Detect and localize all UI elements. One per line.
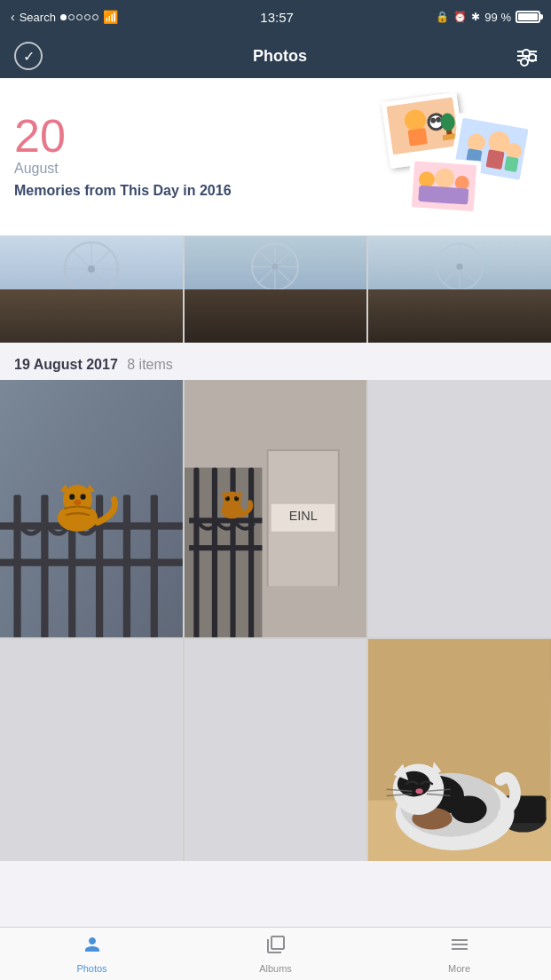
albums-tab-label: Albums: [259, 963, 292, 974]
memories-illustration: [368, 92, 537, 221]
svg-point-85: [451, 795, 487, 823]
status-time: 13:57: [260, 10, 294, 25]
svg-point-36: [272, 264, 279, 270]
nav-bar: ✓ Photos: [0, 34, 551, 78]
lock-icon: 🔒: [436, 11, 449, 23]
placeholder-photo-2[interactable]: [0, 639, 183, 861]
memories-info: 20 August Memories from This Day in 2016: [14, 113, 368, 201]
svg-point-56: [80, 494, 85, 500]
svg-point-89: [416, 788, 423, 794]
svg-rect-71: [189, 545, 262, 550]
check-icon: ✓: [23, 48, 35, 65]
tab-photos[interactable]: Photos: [0, 928, 184, 980]
svg-rect-16: [485, 149, 504, 170]
battery-percent: 99 %: [484, 11, 511, 24]
content-area: 20 August Memories from This Day in 2016: [0, 78, 551, 914]
svg-text:EINL: EINL: [288, 509, 317, 523]
memories-section[interactable]: 20 August Memories from This Day in 2016: [0, 78, 551, 236]
items-count: 8 items: [127, 357, 173, 372]
svg-rect-52: [151, 495, 158, 637]
ferris-wheel-photos: [0, 236, 551, 343]
svg-point-57: [74, 500, 81, 505]
filter-button[interactable]: [517, 51, 537, 61]
svg-rect-3: [407, 128, 427, 146]
placeholder-photo-3[interactable]: [185, 639, 367, 861]
more-icon: [449, 934, 470, 960]
svg-rect-18: [504, 156, 519, 172]
svg-point-30: [88, 265, 95, 273]
status-right: 🔒 ⏰ ✱ 99 %: [436, 11, 540, 24]
photos-icon: [82, 934, 103, 960]
filter-icon-line3: [517, 59, 537, 61]
ferris-photo-1[interactable]: [0, 236, 183, 343]
building-cat-photo[interactable]: EINL: [185, 380, 367, 637]
alarm-icon: ⏰: [453, 11, 467, 23]
memories-day: 20: [14, 113, 368, 159]
placeholder-photo-1[interactable]: [368, 380, 551, 637]
status-left: ‹ Search 📶: [11, 10, 118, 24]
filter-icon-line2: [517, 55, 537, 57]
signal-dot-4: [84, 14, 91, 20]
back-arrow[interactable]: ‹: [11, 10, 15, 24]
signal-dot-2: [68, 14, 75, 20]
sleeping-cat-photo[interactable]: [368, 639, 551, 861]
select-button[interactable]: ✓: [14, 42, 43, 70]
svg-point-55: [69, 494, 75, 500]
svg-rect-51: [123, 495, 130, 637]
memories-svg: [368, 92, 537, 221]
svg-point-42: [456, 264, 462, 270]
carrier-label: Search: [20, 11, 56, 24]
svg-rect-70: [189, 518, 262, 523]
svg-rect-66: [193, 468, 199, 637]
battery-indicator: [516, 11, 540, 23]
page-title: Photos: [253, 47, 307, 66]
svg-rect-48: [41, 495, 48, 637]
signal-dot-3: [76, 14, 83, 20]
photos-tab-label: Photos: [76, 963, 106, 974]
signal-dot-5: [92, 14, 98, 20]
signal-indicator: [60, 14, 98, 20]
section-date: 19 August 2017: [14, 357, 118, 372]
wifi-icon: 📶: [103, 10, 118, 24]
ferris-photo-2[interactable]: [185, 236, 367, 343]
status-bar: ‹ Search 📶 13:57 🔒 ⏰ ✱ 99 %: [0, 0, 551, 34]
bluetooth-icon: ✱: [471, 11, 480, 23]
filter-icon-line1: [517, 51, 537, 52]
date-section: 19 August 2017 8 items: [0, 343, 551, 380]
svg-rect-67: [212, 468, 217, 637]
svg-rect-69: [248, 468, 254, 637]
cat-fence-photo[interactable]: [0, 380, 183, 637]
tab-more[interactable]: More: [367, 928, 551, 980]
albums-icon: [265, 934, 287, 960]
memories-text: Memories from This Day in 2016: [14, 182, 368, 201]
more-tab-label: More: [448, 963, 470, 974]
tab-albums[interactable]: Albums: [184, 928, 367, 980]
ferris-photo-3[interactable]: [368, 236, 551, 343]
date-header: 19 August 2017 8 items: [14, 357, 173, 372]
august-2017-grid: EINL: [0, 380, 551, 861]
signal-dot-1: [60, 14, 67, 20]
tab-bar: Photos Albums More: [0, 927, 551, 980]
memories-month: August: [14, 161, 368, 177]
svg-rect-47: [13, 495, 20, 637]
